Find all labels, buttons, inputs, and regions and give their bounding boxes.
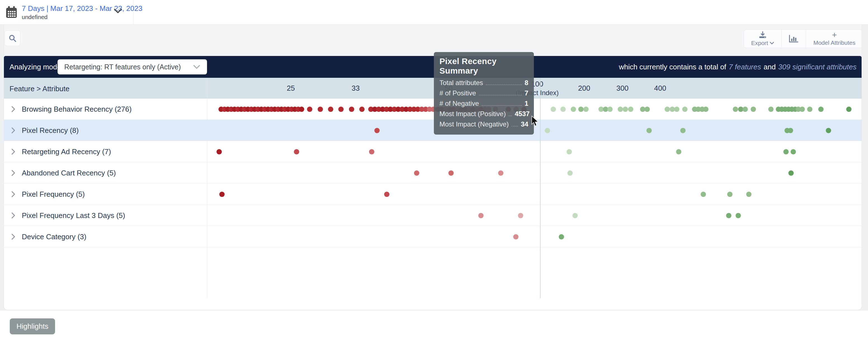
tooltip-stat-value: 4537 [515, 110, 529, 118]
impact-dot[interactable] [338, 107, 344, 112]
impact-dot[interactable] [623, 107, 628, 112]
search-button[interactable] [4, 30, 21, 46]
impact-dot[interactable] [790, 149, 796, 154]
impact-dot[interactable] [676, 149, 681, 154]
feature-row-label: Browsing Behavior Recency (276) [22, 105, 132, 114]
calendar-icon [6, 6, 17, 19]
impact-dot[interactable] [607, 107, 613, 112]
feature-row[interactable]: Retargeting Ad Recency (7) [4, 141, 862, 162]
model-bar: Analyzing model Retargeting: RT features… [4, 56, 862, 78]
feature-row[interactable]: Pixel Frequency (5) [4, 184, 862, 205]
summary-attributes-count: 309 significant attributes [778, 63, 857, 72]
impact-dot[interactable] [788, 128, 793, 133]
feature-row[interactable]: Device Category (3) [4, 226, 862, 247]
impact-dot[interactable] [294, 149, 299, 154]
tooltip-stat-value: 8 [525, 79, 528, 87]
feature-rows: Browsing Behavior Recency (276)Pixel Rec… [4, 98, 862, 247]
impact-dot[interactable] [701, 192, 706, 197]
impact-dot[interactable] [448, 170, 454, 176]
impact-dot[interactable] [374, 128, 380, 133]
impact-dot[interactable] [513, 234, 519, 240]
impact-dot[interactable] [846, 107, 851, 112]
feature-row[interactable]: Pixel Recency (8) [4, 120, 862, 141]
impact-dot[interactable] [369, 149, 374, 154]
impact-dot[interactable] [800, 107, 805, 112]
impact-dot[interactable] [583, 107, 589, 112]
impact-dot[interactable] [736, 213, 741, 218]
export-button[interactable]: Export [744, 30, 782, 48]
feature-column-header: Feature > Attribute [9, 84, 69, 93]
impact-dot[interactable] [567, 170, 573, 176]
impact-dot[interactable] [545, 128, 550, 133]
impact-dot[interactable] [498, 170, 503, 176]
impact-dot[interactable] [328, 107, 333, 112]
impact-dot[interactable] [518, 213, 523, 218]
impact-dot[interactable] [219, 192, 225, 197]
summary-features-count: 7 features [729, 63, 761, 72]
date-range-label: 7 Days | Mar 17, 2023 - Mar 23, 2023 [22, 4, 143, 12]
impact-dot[interactable] [359, 107, 365, 112]
impact-dot[interactable] [647, 128, 652, 133]
tooltip-stat-row: Most Impact (Positive)4537 [439, 110, 528, 118]
chevron-right-icon[interactable] [11, 170, 16, 176]
impact-dot[interactable] [768, 107, 774, 112]
impact-dot[interactable] [572, 213, 578, 218]
impact-dot[interactable] [349, 107, 354, 112]
chart-view-button[interactable] [782, 30, 806, 48]
impact-dot[interactable] [478, 213, 484, 218]
impact-dot[interactable] [559, 234, 564, 240]
impact-dot[interactable] [674, 107, 679, 112]
impact-dot[interactable] [571, 107, 576, 112]
impact-dot[interactable] [384, 192, 390, 197]
impact-dot[interactable] [414, 170, 419, 176]
feature-row-label: Retargeting Ad Recency (7) [22, 147, 111, 156]
model-select-dropdown[interactable]: Retargeting: RT features only (Active) [58, 59, 207, 75]
model-attributes-button[interactable]: + Model Attributes [806, 30, 862, 48]
feature-row-label: Pixel Frequency (5) [22, 190, 85, 199]
tooltip-title: Pixel Recency Summary [439, 57, 528, 76]
chevron-down-icon [770, 42, 774, 45]
chevron-right-icon[interactable] [11, 233, 16, 240]
impact-dot[interactable] [703, 107, 709, 112]
dotted-leader [486, 84, 522, 85]
impact-dot[interactable] [299, 107, 304, 112]
impact-dot[interactable] [618, 107, 623, 112]
impact-dot[interactable] [217, 149, 222, 154]
impact-dot[interactable] [783, 149, 789, 154]
grid-header: Feature > Attribute 253350100(Impact Ind… [4, 78, 862, 98]
impact-dot[interactable] [807, 107, 812, 112]
impact-dot[interactable] [727, 192, 733, 197]
plus-icon: + [832, 32, 837, 38]
impact-dot[interactable] [551, 107, 556, 112]
axis-tick-300: 300 [616, 78, 628, 98]
chevron-right-icon[interactable] [11, 106, 16, 112]
chevron-right-icon[interactable] [11, 148, 16, 155]
impact-dot[interactable] [645, 107, 650, 112]
chevron-right-icon[interactable] [11, 212, 16, 219]
impact-dot[interactable] [566, 149, 572, 154]
impact-dot[interactable] [318, 107, 323, 112]
chevron-right-icon[interactable] [11, 191, 16, 198]
chevron-right-icon[interactable] [11, 127, 16, 134]
impact-dot[interactable] [788, 170, 794, 176]
impact-dot[interactable] [578, 107, 584, 112]
date-range-picker[interactable]: 7 Days | Mar 17, 2023 - Mar 23, 2023 und… [0, 0, 133, 25]
feature-row[interactable]: Pixel Frequency Last 3 Days (5) [4, 205, 862, 226]
impact-dot[interactable] [826, 128, 831, 133]
impact-dot[interactable] [743, 107, 748, 112]
impact-dot[interactable] [818, 107, 824, 112]
impact-dot[interactable] [680, 128, 686, 133]
impact-dot[interactable] [682, 107, 687, 112]
impact-dot[interactable] [560, 107, 566, 112]
impact-dot[interactable] [746, 192, 751, 197]
impact-dot[interactable] [751, 107, 756, 112]
highlights-button[interactable]: Highlights [10, 318, 55, 334]
impact-dot[interactable] [307, 107, 312, 112]
feature-row-label: Pixel Recency (8) [22, 126, 79, 135]
impact-dot[interactable] [726, 213, 732, 218]
impact-dot[interactable] [628, 107, 633, 112]
impact-dot[interactable] [664, 107, 670, 112]
impact-dot[interactable] [733, 107, 738, 112]
feature-row[interactable]: Browsing Behavior Recency (276) [4, 98, 862, 120]
feature-row[interactable]: Abandoned Cart Recency (5) [4, 162, 862, 184]
